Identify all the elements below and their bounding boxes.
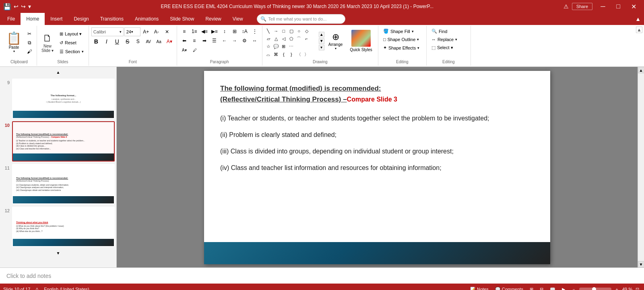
tab-insert[interactable]: Insert (45, 13, 68, 25)
slide-preview-10[interactable]: The following format (modified) is recom… (12, 121, 115, 162)
char-spacing-button[interactable]: AV (144, 37, 153, 46)
shape-curly[interactable]: { (280, 51, 287, 58)
scroll-down-arrow[interactable]: ▼ (638, 261, 644, 267)
undo-icon[interactable]: ↩ (14, 3, 19, 10)
tell-me-input[interactable]: 🔍 Tell me what you want to do... (257, 14, 345, 24)
normal-view-button[interactable]: ⊞ (528, 286, 535, 290)
slide-thumb-10[interactable]: 10 The following format (modified) is re… (2, 121, 115, 162)
shape-arc[interactable]: ⌓ (265, 51, 272, 58)
underline-button[interactable]: U (112, 37, 122, 46)
shape-parallelogram[interactable]: ▱ (265, 35, 272, 42)
shape-extra2[interactable]: 〉 (303, 51, 310, 58)
shape-oval[interactable]: ○ (295, 27, 303, 35)
restore-button[interactable]: □ (611, 0, 625, 13)
shapes-scroll-down[interactable]: ▼ (319, 38, 324, 44)
align-left-button[interactable]: ⬅ (180, 37, 189, 45)
shape-arrow[interactable]: → (272, 27, 280, 35)
shapes-scroll-up[interactable]: ▲ (319, 32, 324, 37)
convert-button[interactable]: ↔ (250, 37, 260, 45)
para-settings-button[interactable]: ⚙ (240, 37, 250, 45)
slides-scroll-down[interactable]: ▼ (56, 251, 60, 255)
zoom-out-button[interactable]: － (570, 286, 578, 290)
slide-thumb-12[interactable]: 12 Thinking about what you think (i) Wha… (2, 207, 115, 247)
shape-star[interactable]: ☆ (265, 43, 272, 50)
shape-extra1[interactable]: 〈 (295, 51, 303, 58)
shadow-button[interactable]: S (133, 37, 143, 46)
shape-bracket2[interactable]: } (288, 51, 295, 58)
change-case-button[interactable]: Aa (154, 37, 164, 46)
redo-icon[interactable]: ↪ (21, 3, 26, 10)
font-increase-button[interactable]: A+ (141, 28, 151, 36)
collapse-ribbon-button[interactable]: ▲ (636, 27, 642, 33)
cut-button[interactable]: ✂ (25, 30, 34, 38)
tab-home[interactable]: Home (21, 13, 45, 25)
shape-triangle[interactable]: △ (272, 35, 280, 42)
minimize-button[interactable]: ─ (596, 0, 610, 13)
reset-button[interactable]: ↺ Reset (57, 39, 86, 47)
section-button[interactable]: ☰ Section ▾ (57, 48, 86, 56)
text-direction-button[interactable]: ↕A (240, 27, 250, 35)
arrange-button[interactable]: ⊕ Arrange ▾ (325, 27, 346, 54)
font-size-box[interactable]: 24 ▾ (124, 27, 140, 36)
tab-file[interactable]: File (2, 13, 21, 25)
reading-view-button[interactable]: 📖 (548, 286, 557, 290)
shape-callout[interactable]: 💬 (272, 43, 280, 50)
slide-preview-9[interactable]: The following format... • analyze, synth… (12, 79, 115, 119)
align-right-button[interactable]: ➡ (200, 37, 209, 45)
tab-transitions[interactable]: Transitions (95, 13, 129, 25)
close-button[interactable]: ✕ (626, 0, 641, 13)
scroll-up-arrow[interactable]: ▲ (638, 67, 644, 73)
numbering-button[interactable]: 1≡ (190, 27, 199, 35)
bold-button[interactable]: B (91, 37, 101, 46)
find-button[interactable]: 🔍 Find (429, 27, 468, 35)
replace-button[interactable]: ↔ Replace ▾ (429, 36, 468, 43)
tab-review[interactable]: Review (200, 13, 227, 25)
slideshow-button[interactable]: ▶ (560, 286, 567, 290)
decrease-indent-button[interactable]: ◀≡ (200, 27, 209, 35)
strikethrough-button[interactable]: S (123, 37, 132, 46)
share-button[interactable]: Share (572, 3, 592, 10)
shape-pentagon[interactable]: ⬠ (288, 35, 295, 42)
line-spacing-button[interactable]: ↕ (220, 27, 229, 35)
new-slide-button[interactable]: 🗋 New Slide ▾ (39, 31, 56, 54)
slide-thumb-9[interactable]: 9 The following format... • analyze, syn… (2, 79, 115, 119)
zoom-in-button[interactable]: ＋ (613, 286, 621, 290)
comments-button[interactable]: 💬 Comments (493, 286, 525, 290)
slide-sorter-button[interactable]: ⊟ (538, 286, 545, 290)
increase-indent-button[interactable]: ▶≡ (210, 27, 219, 35)
notes-button[interactable]: 📝 Notes (469, 286, 490, 290)
rtl-button[interactable]: ← (220, 37, 229, 45)
slide-canvas[interactable]: The following format (modified) is recom… (204, 71, 550, 264)
italic-button[interactable]: I (102, 37, 111, 46)
columns-button[interactable]: ⊞ (230, 27, 239, 35)
font-color-button[interactable]: A▾ (165, 37, 174, 46)
collapse-ribbon-icon[interactable]: ▲ (632, 13, 644, 25)
slides-scroll-up[interactable]: ▲ (56, 70, 60, 75)
font-name-box[interactable]: Calibri ▾ (91, 27, 124, 36)
shape-textbox[interactable]: ⊞ (280, 43, 287, 50)
bullets-button[interactable]: ≡ (180, 27, 189, 35)
shape-fill-button[interactable]: 🪣 Shape Fill ▾ (381, 27, 424, 35)
slide-preview-12[interactable]: Thinking about what you think (i) What d… (12, 207, 115, 247)
shape-diamond[interactable]: ◇ (303, 27, 310, 35)
quick-styles-button[interactable]: Quick Styles (347, 27, 376, 54)
select-button[interactable]: ⬚ Select ▾ (429, 44, 468, 52)
tab-design[interactable]: Design (68, 13, 94, 25)
shape-curve[interactable]: ⌒ (295, 35, 303, 42)
zoom-slider[interactable] (579, 288, 611, 290)
justify-button[interactable]: ☰ (210, 37, 219, 45)
highlight-button[interactable]: 🖊 (190, 46, 200, 54)
paste-button[interactable]: 📋 Paste ▾ (4, 30, 24, 56)
shape-effects-button[interactable]: ✦ Shape Effects ▾ (381, 44, 424, 52)
shape-rect[interactable]: □ (280, 27, 287, 35)
format-painter-button[interactable]: 🖌 (25, 48, 34, 56)
shape-line[interactable]: ╲ (265, 27, 272, 35)
clear-format-button[interactable]: ✕ (162, 28, 172, 36)
align-center-button[interactable]: ≡ (190, 37, 199, 45)
save-icon[interactable]: 💾 (3, 3, 11, 10)
smartart-button[interactable]: ⋮ (250, 27, 260, 35)
customize-icon[interactable]: ▾ (28, 3, 31, 10)
shape-freeform[interactable]: ⌘ (272, 51, 280, 58)
fit-to-window-button[interactable]: ⊡ (634, 286, 641, 290)
layout-button[interactable]: ⊞ Layout ▾ (57, 30, 86, 38)
